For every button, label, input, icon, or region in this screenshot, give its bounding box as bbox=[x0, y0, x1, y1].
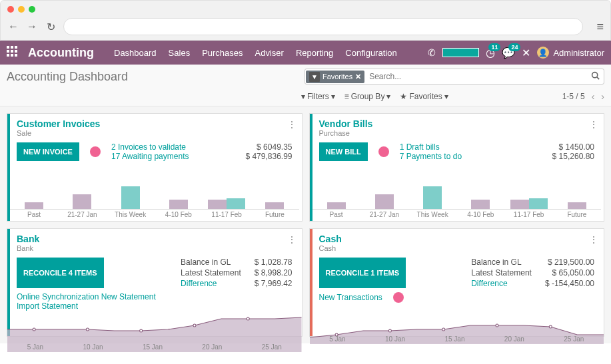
app-header: Accounting Dashboard Sales Purchases Adv… bbox=[0, 41, 611, 65]
progress-indicator[interactable] bbox=[442, 48, 479, 57]
window-minimize[interactable] bbox=[18, 6, 25, 13]
new-invoice-button[interactable]: NEW INVOICE bbox=[17, 142, 79, 161]
status-dot bbox=[90, 146, 101, 157]
filter-chip-remove[interactable]: ✕ bbox=[355, 73, 361, 81]
amount: $ 15,260.80 bbox=[552, 152, 594, 161]
stats: Balance in GL$ 219,500.00 Latest Stateme… bbox=[471, 258, 594, 288]
line-chart: 5 Jan 10 Jan 15 Jan 20 Jan 25 Jan bbox=[7, 312, 302, 352]
card-cash: ⋮ Cash Cash RECONCILE 1 ITEMS Balance in… bbox=[309, 228, 605, 337]
menu-dashboard[interactable]: Dashboard bbox=[114, 48, 157, 58]
status-dot bbox=[393, 292, 404, 303]
link-awaiting-payments[interactable]: 17 Awaiting payments bbox=[111, 152, 189, 161]
card-menu-icon[interactable]: ⋮ bbox=[287, 119, 297, 130]
messages-icon[interactable]: 💬24 bbox=[502, 47, 515, 59]
card-bank: ⋮ Bank Bank RECONCILE 4 ITEMS Balance in… bbox=[7, 228, 303, 337]
card-menu-icon[interactable]: ⋮ bbox=[589, 234, 598, 245]
card-menu-icon[interactable]: ⋮ bbox=[287, 234, 297, 245]
window-maximize[interactable] bbox=[29, 6, 35, 13]
pager-prev[interactable]: ‹ bbox=[592, 91, 595, 102]
amount: $ 6049.35 bbox=[245, 142, 292, 152]
amount: $ 1450.00 bbox=[552, 142, 594, 152]
search-input[interactable] bbox=[365, 72, 587, 81]
forward-icon[interactable]: → bbox=[26, 21, 38, 33]
reconcile-button[interactable]: RECONCILE 4 ITEMS bbox=[17, 258, 104, 288]
svg-point-11 bbox=[549, 325, 552, 328]
card-stripe bbox=[310, 114, 312, 221]
filters-button[interactable]: ▾Filters ▾ bbox=[301, 92, 335, 101]
amount: $ 479,836.99 bbox=[245, 152, 292, 161]
reload-icon[interactable]: ↻ bbox=[45, 21, 57, 33]
header-right: ✆ ◷11 💬24 ✕ 👤 Administrator bbox=[428, 47, 604, 59]
link-import-statement[interactable]: Import Statement bbox=[17, 301, 293, 311]
card-vendor-bills: ⋮ Vendor Bills Purchase NEW BILL 1 Draft… bbox=[309, 113, 605, 222]
funnel-icon: ▾ bbox=[301, 92, 305, 101]
control-bar: Accounting Dashboard ▼ Favorites ✕ ▾Filt… bbox=[0, 65, 611, 106]
link-invoices-validate[interactable]: 2 Invoices to validate bbox=[111, 142, 189, 152]
new-bill-button[interactable]: NEW BILL bbox=[319, 142, 368, 161]
card-title[interactable]: Customer Invoices bbox=[17, 118, 294, 129]
svg-point-8 bbox=[388, 329, 391, 332]
url-bar[interactable] bbox=[63, 18, 583, 35]
link-payments-todo[interactable]: 7 Payments to do bbox=[400, 152, 462, 161]
menu-purchases[interactable]: Purchases bbox=[202, 48, 243, 58]
page-title: Accounting Dashboard bbox=[7, 70, 298, 84]
svg-point-5 bbox=[193, 324, 196, 327]
phone-icon[interactable]: ✆ bbox=[428, 47, 436, 58]
svg-point-2 bbox=[33, 328, 35, 331]
menu-configuration[interactable]: Configuration bbox=[345, 48, 396, 58]
favorites-button[interactable]: ★Favorites ▾ bbox=[400, 92, 448, 101]
card-title[interactable]: Vendor Bills bbox=[319, 118, 596, 129]
svg-point-6 bbox=[247, 317, 249, 320]
svg-point-0 bbox=[592, 73, 598, 78]
menu-sales[interactable]: Sales bbox=[169, 48, 191, 58]
card-menu-icon[interactable]: ⋮ bbox=[589, 119, 598, 130]
back-icon[interactable]: ← bbox=[7, 21, 19, 33]
filter-controls: ▾Filters ▾ ≡Group By ▾ ★Favorites ▾ bbox=[301, 92, 448, 101]
svg-point-3 bbox=[86, 328, 89, 331]
activity-icon[interactable]: ◷11 bbox=[486, 47, 495, 59]
menu-adviser[interactable]: Adviser bbox=[255, 48, 284, 58]
close-icon[interactable]: ✕ bbox=[522, 47, 530, 59]
user-menu[interactable]: 👤 Administrator bbox=[537, 47, 604, 59]
status-dot bbox=[378, 146, 389, 157]
card-subtitle: Bank bbox=[17, 244, 294, 252]
filter-chip-label: Favorites bbox=[322, 73, 352, 81]
svg-point-10 bbox=[495, 324, 498, 327]
star-icon: ★ bbox=[400, 92, 407, 101]
hamburger-icon[interactable]: ≡ bbox=[596, 20, 604, 34]
card-subtitle: Cash bbox=[319, 244, 596, 252]
bar-chart: Past 21-27 Jan This Week 4-10 Feb 11-17 … bbox=[7, 189, 302, 221]
menu-reporting[interactable]: Reporting bbox=[296, 48, 333, 58]
pager-next[interactable]: › bbox=[601, 91, 604, 102]
browser-toolbar: ← → ↻ ≡ bbox=[1, 18, 610, 41]
browser-chrome: ← → ↻ ≡ bbox=[0, 0, 611, 41]
list-icon: ≡ bbox=[344, 92, 349, 101]
link-draft-bills[interactable]: 1 Draft bills bbox=[400, 142, 462, 152]
search-box[interactable]: ▼ Favorites ✕ bbox=[305, 69, 604, 85]
link-online-sync[interactable]: Online Synchronization New Statement bbox=[17, 292, 293, 301]
svg-point-9 bbox=[442, 328, 444, 331]
groupby-button[interactable]: ≡Group By ▾ bbox=[344, 92, 391, 101]
apps-icon[interactable] bbox=[7, 46, 20, 59]
activity-count: 11 bbox=[488, 43, 500, 51]
avatar: 👤 bbox=[537, 47, 549, 59]
svg-point-4 bbox=[140, 329, 143, 332]
card-subtitle: Purchase bbox=[319, 129, 596, 137]
svg-line-1 bbox=[597, 77, 599, 79]
reconcile-button[interactable]: RECONCILE 1 ITEMS bbox=[319, 258, 406, 288]
search-icon[interactable] bbox=[587, 71, 604, 83]
window-controls bbox=[1, 1, 610, 18]
window-close[interactable] bbox=[7, 6, 14, 13]
card-customer-invoices: ⋮ Customer Invoices Sale NEW INVOICE 2 I… bbox=[7, 113, 303, 222]
top-menu: Dashboard Sales Purchases Adviser Report… bbox=[114, 48, 428, 58]
app-title: Accounting bbox=[28, 46, 94, 60]
card-title[interactable]: Bank bbox=[17, 234, 294, 244]
card-stripe bbox=[7, 114, 10, 221]
card-title[interactable]: Cash bbox=[319, 234, 596, 244]
card-subtitle: Sale bbox=[17, 129, 294, 137]
pager: 1-5 / 5 ‹ › bbox=[562, 91, 604, 102]
user-name: Administrator bbox=[553, 48, 604, 58]
pager-text: 1-5 / 5 bbox=[562, 92, 585, 101]
stats: Balance in GL$ 1,028.78 Latest Statement… bbox=[181, 258, 292, 288]
link-new-transactions[interactable]: New Transactions bbox=[319, 293, 382, 302]
